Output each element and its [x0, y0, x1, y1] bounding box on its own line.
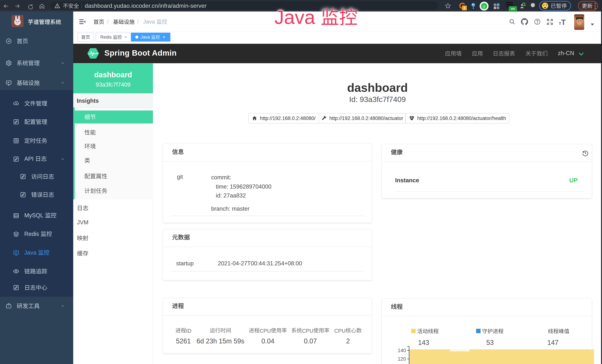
- svg-text:y: y: [483, 4, 485, 9]
